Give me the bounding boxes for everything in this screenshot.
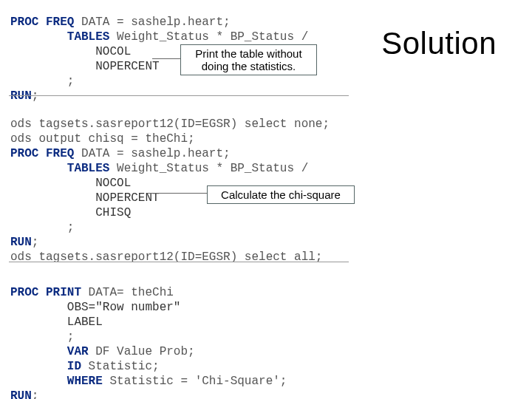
kw-var: VAR xyxy=(67,345,89,358)
code-block-3: PROC PRINT DATA= theChi OBS="Row number"… xyxy=(10,285,287,399)
callout-pointer-1 xyxy=(152,58,180,59)
code-text xyxy=(10,360,67,373)
kw-proc-freq: PROC FREQ xyxy=(10,147,74,160)
code-text: ; xyxy=(32,89,39,103)
kw-tables: TABLES xyxy=(67,30,110,44)
kw-id: ID xyxy=(67,360,81,373)
code-text: ; xyxy=(32,389,39,399)
code-text xyxy=(10,30,67,44)
callout-print-table: Print the table without doing the statis… xyxy=(180,44,317,75)
code-text: NOPERCENT xyxy=(10,191,160,205)
kw-run: RUN xyxy=(10,89,32,103)
code-text: Statistic; xyxy=(81,360,160,373)
code-text xyxy=(10,375,67,388)
code-text: NOCOL xyxy=(10,45,131,58)
code-text xyxy=(10,345,67,358)
callout-chi-square: Calculate the chi-square xyxy=(207,185,355,204)
code-text: DATA = sashelp.heart; xyxy=(74,147,230,160)
kw-where: WHERE xyxy=(67,375,103,388)
separator-1 xyxy=(9,95,349,96)
code-text: NOPERCENT xyxy=(10,60,160,73)
code-text: ; xyxy=(10,75,74,88)
code-text: ; xyxy=(10,330,74,344)
code-text: ; xyxy=(32,236,39,249)
code-text: Weight_Status * BP_Status / xyxy=(109,162,308,175)
code-text: OBS="Row number" xyxy=(10,301,180,314)
code-text: DF Value Prob; xyxy=(89,345,195,358)
kw-proc-print: PROC PRINT xyxy=(10,286,81,299)
code-text xyxy=(10,162,67,175)
separator-2 xyxy=(9,262,349,262)
code-text: DATA= theChi xyxy=(81,286,174,299)
code-text: Weight_Status * BP_Status / xyxy=(109,30,308,44)
code-text: NOCOL xyxy=(10,177,131,190)
kw-proc-freq: PROC FREQ xyxy=(10,16,74,29)
code-text: ods tagsets.sasreport12(ID=EGSR) select … xyxy=(10,117,330,131)
code-text: CHISQ xyxy=(10,206,131,219)
code-text: Statistic = 'Chi-Square'; xyxy=(103,375,287,388)
code-text: LABEL xyxy=(10,316,103,329)
code-text: ; xyxy=(10,221,74,234)
slide-title: Solution xyxy=(381,26,497,61)
code-text: DATA = sashelp.heart; xyxy=(74,16,230,29)
kw-run: RUN xyxy=(10,389,32,399)
kw-run: RUN xyxy=(10,236,32,249)
callout-pointer-2 xyxy=(148,193,207,194)
kw-tables: TABLES xyxy=(67,162,110,175)
code-text: ods output chisq = theChi; xyxy=(10,132,195,146)
